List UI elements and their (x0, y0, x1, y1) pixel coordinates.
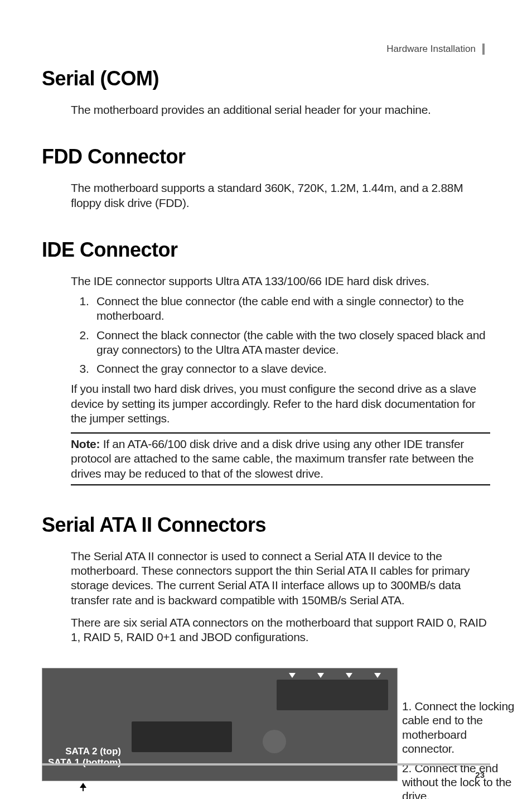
ide-note-box: Note: If an ATA-66/100 disk drive and a … (71, 432, 490, 485)
ide-heading: IDE Connector (42, 238, 490, 262)
fdd-heading: FDD Connector (42, 145, 490, 169)
sata-instruction-1: 1. Connect the locking cable end to the … (402, 699, 522, 755)
ide-step-3: Connect the gray connector to a slave de… (92, 362, 490, 376)
page-number: 23 (475, 770, 485, 779)
ide-step-1: Connect the blue connector (the cable en… (92, 294, 490, 324)
sata-instructions: 1. Connect the locking cable end to the … (402, 699, 522, 799)
fdd-body: The motherboard supports a standard 360K… (71, 181, 490, 210)
note-body: If an ATA-66/100 disk drive and a disk d… (71, 437, 474, 480)
arrow-up-icon (80, 783, 86, 788)
ide-step-2: Connect the black connector (the cable w… (92, 328, 490, 358)
arrow-up-container (80, 783, 86, 791)
header-section-label: Hardware Installation (386, 44, 485, 55)
sata2-label: SATA 2 (top) (48, 746, 121, 757)
footer-divider (42, 763, 490, 766)
sata-heading: Serial ATA II Connectors (42, 513, 490, 537)
arrow-down-icon (346, 673, 352, 678)
sata-body-2: There are six serial ATA connectors on t… (71, 615, 490, 645)
ide-intro: The IDE connector supports Ultra ATA 133… (71, 274, 490, 288)
note-label: Note: (71, 437, 100, 450)
sata-instruction-2: 2. Connect the end without the lock to t… (402, 761, 522, 799)
serial-com-heading: Serial (COM) (42, 67, 490, 90)
arrow-down-icon (317, 673, 324, 678)
arrow-down-icon (374, 673, 381, 678)
arrow-down-icon (289, 673, 296, 678)
arrow-row (288, 673, 381, 678)
serial-com-body: The motherboard provides an additional s… (71, 103, 490, 117)
ide-steps-list: Connect the blue connector (the cable en… (92, 294, 490, 376)
sata-body-1: The Serial ATA II connector is used to c… (71, 549, 490, 608)
ide-post-text: If you install two hard disk drives, you… (71, 382, 490, 426)
